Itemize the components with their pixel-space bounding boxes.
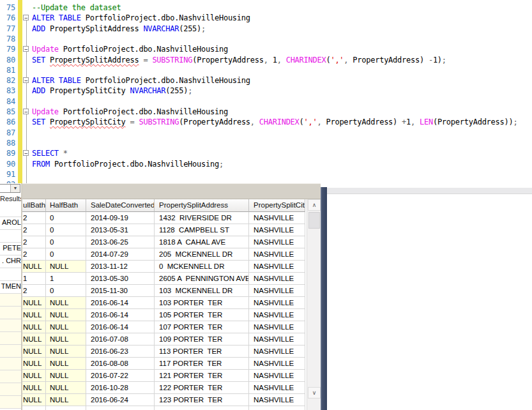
grid-cell[interactable]: NULL bbox=[46, 394, 86, 406]
grid-cell[interactable] bbox=[22, 406, 46, 410]
grid-cell[interactable]: 2 bbox=[22, 236, 46, 248]
grid-cell[interactable]: NULL bbox=[46, 345, 86, 358]
grid-cell[interactable]: 0 bbox=[46, 248, 86, 261]
grid-cell[interactable]: 2014-07-29 bbox=[86, 248, 155, 261]
grid-cell[interactable]: 1 bbox=[22, 273, 46, 285]
grid-cell[interactable]: NULL bbox=[22, 382, 46, 394]
grid-cell[interactable]: 122 PORTER TER bbox=[155, 382, 249, 394]
grid-vertical-scrollbar[interactable]: ∧ ∨ bbox=[307, 199, 321, 410]
scroll-down-button[interactable]: ∨ bbox=[308, 387, 321, 399]
fold-collapse-icon[interactable]: − bbox=[23, 15, 29, 20]
code-line[interactable]: 78 bbox=[0, 34, 532, 44]
scrollbar-thumb[interactable] bbox=[308, 212, 320, 229]
grid-cell[interactable]: 0 bbox=[46, 212, 86, 224]
grid-cell[interactable]: NULL bbox=[46, 261, 86, 273]
grid-cell[interactable]: 2 bbox=[22, 248, 46, 261]
grid-cell[interactable]: NULL bbox=[46, 297, 86, 309]
grid-cell[interactable]: 2605 A PENNINGTON AVE bbox=[155, 273, 249, 285]
grid-cell[interactable]: NASHVILLE bbox=[249, 285, 305, 297]
grid-cell[interactable]: NULL bbox=[22, 345, 46, 358]
code-line[interactable]: 75--Update the dataset bbox=[0, 3, 532, 13]
grid-cell[interactable]: 1 bbox=[46, 273, 86, 285]
grid-cell[interactable]: 2016-08-08 bbox=[86, 358, 155, 370]
grid-cell[interactable]: 2 bbox=[22, 212, 46, 224]
grid-cell[interactable]: 2016-06-24 bbox=[86, 394, 155, 406]
grid-cell[interactable] bbox=[249, 406, 305, 410]
grid-cell[interactable] bbox=[155, 406, 249, 410]
grid-cell[interactable]: 0 MCKENNELL DR bbox=[155, 261, 249, 273]
grid-cell[interactable]: NULL bbox=[22, 309, 46, 321]
grid-cell[interactable]: NASHVILLE bbox=[249, 224, 305, 236]
scroll-up-button[interactable]: ∧ bbox=[308, 199, 321, 211]
sql-editor[interactable]: 75--Update the dataset76−ALTER TABLE Por… bbox=[0, 0, 532, 183]
grid-cell[interactable]: 0 bbox=[46, 224, 86, 236]
grid-cell[interactable]: 113 PORTER TER bbox=[155, 345, 249, 358]
column-header-saledateconverted[interactable]: SaleDateConverted bbox=[86, 199, 155, 212]
grid-cell[interactable]: NASHVILLE bbox=[249, 370, 305, 382]
grid-cell[interactable]: NASHVILLE bbox=[249, 345, 305, 358]
fold-collapse-icon[interactable]: − bbox=[23, 46, 29, 52]
grid-cell[interactable]: 2013-05-30 bbox=[86, 273, 155, 285]
code-line[interactable]: 87 bbox=[0, 128, 532, 138]
grid-cell[interactable]: 2016-06-23 bbox=[86, 345, 155, 358]
grid-cell[interactable]: NULL bbox=[22, 261, 46, 273]
grid-cell[interactable]: NULL bbox=[22, 394, 46, 406]
grid-cell[interactable]: 2016-06-14 bbox=[86, 309, 155, 321]
grid-cell[interactable]: 107 PORTER TER bbox=[155, 321, 249, 333]
grid-cell[interactable]: 117 PORTER TER bbox=[155, 358, 249, 370]
grid-cell[interactable]: NULL bbox=[22, 297, 46, 309]
grid-cell[interactable]: 1432 RIVERSIDE DR bbox=[155, 212, 249, 224]
grid-cell[interactable]: 109 PORTER TER bbox=[155, 333, 249, 345]
results-tab[interactable]: Results bbox=[0, 194, 22, 205]
code-line[interactable]: 80SET PropertySplitAddress = SUBSTRING(P… bbox=[0, 55, 532, 65]
code-line[interactable]: 84 bbox=[0, 96, 532, 107]
code-line[interactable]: 82−ALTER TABLE PortfolioProject.dbo.Nash… bbox=[0, 75, 532, 86]
grid-cell[interactable]: NASHVILLE bbox=[249, 297, 305, 309]
column-header-halfbath[interactable]: HalfBath bbox=[46, 199, 86, 212]
grid-cell[interactable]: 2 bbox=[22, 224, 46, 236]
grid-cell[interactable]: 2014-09-19 bbox=[86, 212, 155, 224]
code-line[interactable]: 81 bbox=[0, 65, 532, 75]
grid-cell[interactable]: NASHVILLE bbox=[249, 248, 305, 261]
code-line[interactable]: 85−Update PortfolioProject.dbo.Nashville… bbox=[0, 107, 532, 117]
grid-cell[interactable]: 2013-11-12 bbox=[86, 261, 155, 273]
grid-cell[interactable]: NASHVILLE bbox=[249, 236, 305, 248]
grid-cell[interactable] bbox=[46, 406, 86, 410]
grid-cell[interactable]: NASHVILLE bbox=[249, 212, 305, 224]
column-header-propertysplitcity[interactable]: PropertySplitCity bbox=[249, 199, 305, 212]
editor-zoom-dropdown[interactable]: ▼ bbox=[0, 184, 20, 193]
grid-cell[interactable]: NASHVILLE bbox=[249, 394, 305, 406]
code-line[interactable]: 76−ALTER TABLE PortfolioProject.dbo.Nash… bbox=[0, 13, 532, 23]
grid-cell[interactable]: NULL bbox=[22, 333, 46, 345]
code-line[interactable]: 90FROM PortfolioProject.dbo.NashvilleHou… bbox=[0, 159, 532, 169]
grid-cell[interactable]: 2016-10-28 bbox=[86, 382, 155, 394]
grid-cell[interactable]: NASHVILLE bbox=[249, 321, 305, 333]
fold-collapse-icon[interactable]: − bbox=[23, 77, 29, 83]
grid-cell[interactable]: NASHVILLE bbox=[249, 273, 305, 285]
grid-cell[interactable]: 2015-11-30 bbox=[86, 285, 155, 297]
grid-cell[interactable]: 121 PORTER TER bbox=[155, 370, 249, 382]
grid-cell[interactable]: NASHVILLE bbox=[249, 358, 305, 370]
grid-cell[interactable]: NASHVILLE bbox=[249, 382, 305, 394]
grid-cell[interactable]: NULL bbox=[46, 309, 86, 321]
grid-cell[interactable]: NULL bbox=[46, 358, 86, 370]
grid-cell[interactable]: NASHVILLE bbox=[249, 333, 305, 345]
grid-cell[interactable]: 0 bbox=[46, 285, 86, 297]
code-line[interactable]: 88 bbox=[0, 138, 532, 148]
code-line[interactable]: 89−SELECT * bbox=[0, 148, 532, 158]
grid-cell[interactable]: NULL bbox=[22, 358, 46, 370]
grid-cell[interactable]: 103 MCKENNELL DR bbox=[155, 285, 249, 297]
grid-cell[interactable]: 0 bbox=[46, 236, 86, 248]
grid-cell[interactable]: NULL bbox=[22, 321, 46, 333]
grid-cell[interactable]: 123 PORTER TER bbox=[155, 394, 249, 406]
grid-cell[interactable]: 2016-06-14 bbox=[86, 321, 155, 333]
grid-cell[interactable]: 1818 A CAHAL AVE bbox=[155, 236, 249, 248]
fold-collapse-icon[interactable]: − bbox=[23, 150, 29, 156]
code-line[interactable]: 91 bbox=[0, 169, 532, 179]
grid-cell[interactable]: NULL bbox=[46, 370, 86, 382]
grid-cell[interactable]: 2013-06-25 bbox=[86, 236, 155, 248]
window-top-chrome[interactable] bbox=[22, 183, 321, 199]
code-line[interactable]: 77ADD PropertySplitAddress NVARCHAR(255)… bbox=[0, 24, 532, 34]
code-line[interactable]: 83ADD PropertySplitCity NVARCHAR(255); bbox=[0, 86, 532, 96]
grid-cell[interactable]: 2013-05-31 bbox=[86, 224, 155, 236]
